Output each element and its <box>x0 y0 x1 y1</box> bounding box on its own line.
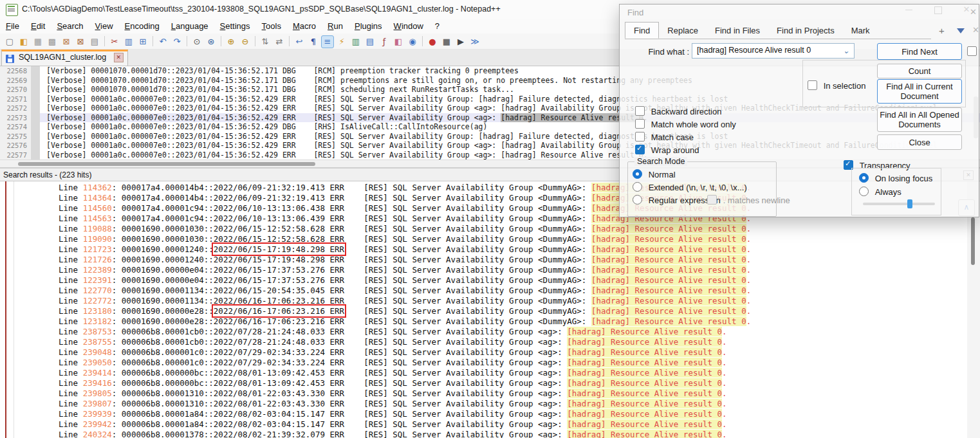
redo-icon[interactable]: ↷ <box>171 35 183 48</box>
menu-item[interactable]: Window <box>388 19 429 31</box>
open-file-icon[interactable]: ◧ <box>17 35 30 48</box>
chevron-down-icon[interactable] <box>843 46 849 55</box>
document-list-icon[interactable]: ▤ <box>364 35 376 48</box>
search-result-row[interactable]: Line 239414: 000006b8.000000bc::2022/08/… <box>0 368 980 378</box>
menu-item[interactable]: Run <box>322 19 349 31</box>
menu-item[interactable]: Plugins <box>349 19 388 31</box>
save-all-icon[interactable]: ▩ <box>46 35 59 48</box>
in-selection-checkbox[interactable] <box>808 80 817 90</box>
menu-item[interactable]: File <box>0 19 25 31</box>
find-icon[interactable]: ⊙ <box>190 35 203 48</box>
find-dialog-tab-mark[interactable]: Mark <box>843 23 878 38</box>
search-mode-extended-radio[interactable] <box>633 182 642 192</box>
search-result-row[interactable]: Line 123180: 00001690.00000e28::2022/06/… <box>0 306 980 316</box>
document-map-icon[interactable]: ▥ <box>349 35 362 48</box>
transparency-slider[interactable] <box>863 203 935 205</box>
stop-macro-icon[interactable]: ■ <box>440 35 453 48</box>
show-all-characters-icon[interactable]: ¶ <box>307 35 320 48</box>
find-all-opened-button[interactable]: Find All in All Opened Documents <box>877 107 962 132</box>
search-results-panel[interactable]: Line 114362: 000017a4.000014b4::2022/06/… <box>0 181 980 438</box>
close-button[interactable]: Close <box>877 134 962 150</box>
search-result-row[interactable]: Line 239048: 000006b8.000001c0::2022/07/… <box>0 347 980 358</box>
user-defined-language-icon[interactable]: ⚡ <box>335 35 348 48</box>
plus-icon[interactable] <box>939 25 945 36</box>
sync-vertical-icon[interactable]: ⇅ <box>259 35 272 48</box>
replace-icon[interactable]: ⊛ <box>205 35 217 48</box>
find-next-button[interactable]: Find Next <box>877 43 962 60</box>
search-result-row[interactable]: Line 122391: 00001690.00000e04::2022/06/… <box>0 275 980 286</box>
cut-icon[interactable]: ✂ <box>108 35 121 48</box>
run-macro-multiple-icon[interactable]: ≫ <box>468 35 481 48</box>
search-result-row[interactable]: Line 122772: 00001690.00001134::2022/06/… <box>0 296 980 306</box>
search-mode-regex-radio[interactable] <box>633 195 642 205</box>
zoom-out-icon[interactable]: ⊖ <box>239 35 252 48</box>
find-dialog-close-icon[interactable] <box>970 7 977 17</box>
always-radio[interactable] <box>859 187 869 196</box>
search-mode-normal-radio[interactable] <box>633 169 642 179</box>
menu-item[interactable]: Macro <box>287 19 322 31</box>
search-result-row[interactable]: Line 240324: 000006b8.00001378::2022/08/… <box>0 430 980 438</box>
close-file-icon[interactable]: ⊠ <box>60 35 73 48</box>
find-dialog-tab-find[interactable]: Find <box>625 22 659 39</box>
match-whole-word-checkbox[interactable] <box>635 119 645 129</box>
tab-close-icon[interactable] <box>114 53 124 62</box>
save-icon[interactable]: ▦ <box>32 35 44 48</box>
find-dialog-tab-replace[interactable]: Replace <box>659 23 707 38</box>
print-icon[interactable]: ▤ <box>88 35 101 48</box>
backward-direction-checkbox[interactable] <box>635 106 645 116</box>
word-wrap-icon[interactable]: ↩ <box>293 35 306 48</box>
new-file-icon[interactable]: ▢ <box>3 35 16 48</box>
horizontal-scrollbar-thumb[interactable] <box>18 162 315 166</box>
transparency-slider-thumb[interactable] <box>907 199 912 208</box>
two-buttons-mode-checkbox[interactable] <box>967 46 977 56</box>
search-result-row[interactable]: Line 119088: 00001690.00001030::2022/06/… <box>0 224 980 234</box>
search-result-row[interactable]: Line 239807: 000006b8.00001310::2022/08/… <box>0 399 980 409</box>
find-dialog-tab-find-in-projects[interactable]: Find in Projects <box>768 23 843 38</box>
menu-item[interactable]: Language <box>165 19 214 31</box>
record-macro-icon[interactable]: ● <box>426 35 439 48</box>
search-result-row[interactable]: Line 119090: 00001690.00001030::2022/06/… <box>0 234 980 244</box>
folder-as-workspace-icon[interactable]: ◧ <box>392 35 405 48</box>
menu-item[interactable]: Tools <box>256 19 287 31</box>
copy-icon[interactable]: ▥ <box>122 35 135 48</box>
search-result-row[interactable]: Line 239805: 000006b8.00001310::2022/08/… <box>0 388 980 399</box>
undo-icon[interactable]: ↶ <box>156 35 169 48</box>
zoom-in-icon[interactable]: ⊕ <box>225 35 237 48</box>
sync-horizontal-icon[interactable]: ⇄ <box>273 35 286 48</box>
match-case-checkbox[interactable] <box>635 132 645 141</box>
monitoring-eye-icon[interactable]: ◉ <box>406 35 419 48</box>
search-result-row[interactable]: Line 121723: 00001690.00001240::2022/06/… <box>0 244 980 255</box>
close-all-files-icon[interactable]: ⊠ <box>74 35 87 48</box>
search-result-row[interactable]: Line 238753: 000006b8.00001cb0::2022/07/… <box>0 327 980 337</box>
menu-item[interactable]: View <box>89 19 119 31</box>
results-scrollbar-thumb[interactable] <box>971 217 975 265</box>
find-what-combobox[interactable]: [hadrag] Resource Alive result 0 <box>692 43 855 59</box>
search-result-row[interactable]: Line 123182: 00001690.00000e28::2022/06/… <box>0 316 980 327</box>
search-result-row[interactable]: Line 238755: 000006b8.00001cb0::2022/07/… <box>0 337 980 347</box>
search-result-row[interactable]: Line 121726: 00001690.00001240::2022/06/… <box>0 255 980 265</box>
search-result-row[interactable]: Line 239939: 000006b8.00001a84::2022/08/… <box>0 409 980 419</box>
search-result-row[interactable]: Line 239416: 000006b8.000000bc::2022/08/… <box>0 378 980 388</box>
search-result-row[interactable]: Line 239942: 000006b8.00001a84::2022/08/… <box>0 419 980 430</box>
menu-item[interactable]: Encoding <box>119 19 165 31</box>
search-result-row[interactable]: Line 122389: 00001690.00000e04::2022/06/… <box>0 265 980 275</box>
tabstrip-close-icon[interactable] <box>972 25 979 35</box>
function-list-icon[interactable]: ƒ <box>378 35 391 48</box>
paste-icon[interactable]: ⊞ <box>136 35 149 48</box>
menu-item[interactable]: ? <box>429 19 445 31</box>
matches-newline-checkbox[interactable] <box>707 195 717 205</box>
dropdown-arrow-icon[interactable] <box>957 28 965 33</box>
menu-item[interactable]: Search <box>51 19 89 31</box>
find-dialog-tab-find-in-files[interactable]: Find in Files <box>707 23 768 38</box>
wrap-around-checkbox[interactable] <box>635 145 645 154</box>
indent-guide-icon[interactable]: ≡ <box>321 35 334 48</box>
on-losing-focus-radio[interactable] <box>859 173 869 183</box>
match-tail: . <box>746 286 752 295</box>
menu-item[interactable]: Settings <box>214 19 256 31</box>
tab-sql19agn1-cluster-log[interactable]: SQL19AGN1_cluster.log <box>1 50 128 66</box>
search-result-row[interactable]: Line 239050: 000006b8.000001c0::2022/07/… <box>0 358 980 368</box>
find-all-current-button[interactable]: Find All in Current Document <box>877 79 962 104</box>
menu-item[interactable]: Edit <box>25 19 51 31</box>
search-result-row[interactable]: Line 122770: 00001690.00001134::2022/06/… <box>0 286 980 296</box>
play-macro-icon[interactable]: ▶ <box>454 35 467 48</box>
